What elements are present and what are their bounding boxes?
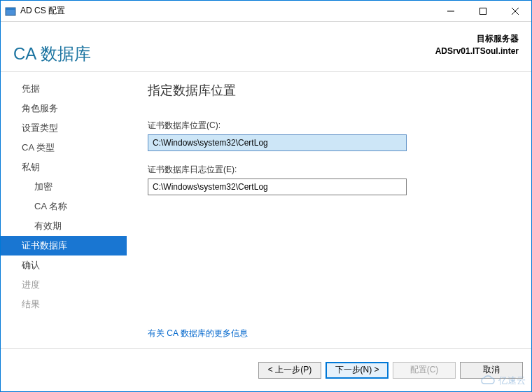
next-button[interactable]: 下一步(N) > [326,362,388,379]
step-cert-database[interactable]: 证书数据库 [1,236,127,255]
svg-rect-1 [6,8,15,10]
window-title: AD CS 配置 [20,5,65,17]
wizard-body: 凭据 角色服务 设置类型 CA 类型 私钥 加密 CA 名称 有效期 证书数据库… [1,72,531,347]
step-validity[interactable]: 有效期 [1,216,127,236]
content-heading: 指定数据库位置 [148,82,517,99]
svg-rect-3 [480,8,486,14]
step-ca-type[interactable]: CA 类型 [1,138,127,158]
wizard-content: 指定数据库位置 证书数据库位置(C): 证书数据库日志位置(E): [127,72,531,347]
step-private-key[interactable]: 私钥 [1,158,127,177]
configure-button: 配置(C) [393,362,456,379]
step-progress: 进度 [1,275,127,295]
app-icon [5,6,16,17]
page-title: CA 数据库 [13,43,91,71]
minimize-button[interactable] [435,1,467,22]
db-location-input[interactable] [148,134,407,151]
close-button[interactable] [499,1,531,22]
titlebar-left: AD CS 配置 [5,5,65,17]
step-confirm[interactable]: 确认 [1,255,127,275]
step-ca-name[interactable]: CA 名称 [1,197,127,216]
more-info-link[interactable]: 有关 CA 数据库的更多信息 [148,328,248,340]
wizard-footer: < 上一步(P) 下一步(N) > 配置(C) 取消 [1,348,531,391]
db-location-label: 证书数据库位置(C): [148,120,517,132]
page-header: CA 数据库 目标服务器 ADSrv01.ITSoul.inter [1,22,531,72]
step-encryption[interactable]: 加密 [1,177,127,197]
cancel-button[interactable]: 取消 [460,362,523,379]
step-setup-type[interactable]: 设置类型 [1,118,127,138]
title-bar: AD CS 配置 [1,1,531,22]
log-location-block: 证书数据库日志位置(E): [148,164,517,195]
target-server-block: 目标服务器 ADSrv01.ITSoul.inter [435,33,519,71]
log-location-input[interactable] [148,178,407,195]
log-location-label: 证书数据库日志位置(E): [148,164,517,176]
db-location-block: 证书数据库位置(C): [148,120,517,151]
window-frame: AD CS 配置 CA 数据库 目标服务器 ADSrv01.ITSoul.int… [0,0,532,392]
target-server-value: ADSrv01.ITSoul.inter [435,46,519,56]
window-controls [435,1,531,22]
target-server-label: 目标服务器 [435,33,519,45]
step-role-services[interactable]: 角色服务 [1,99,127,118]
maximize-button[interactable] [467,1,499,22]
step-results: 结果 [1,295,127,314]
prev-button[interactable]: < 上一步(P) [258,362,321,379]
wizard-steps: 凭据 角色服务 设置类型 CA 类型 私钥 加密 CA 名称 有效期 证书数据库… [1,72,127,347]
step-credentials[interactable]: 凭据 [1,79,127,99]
